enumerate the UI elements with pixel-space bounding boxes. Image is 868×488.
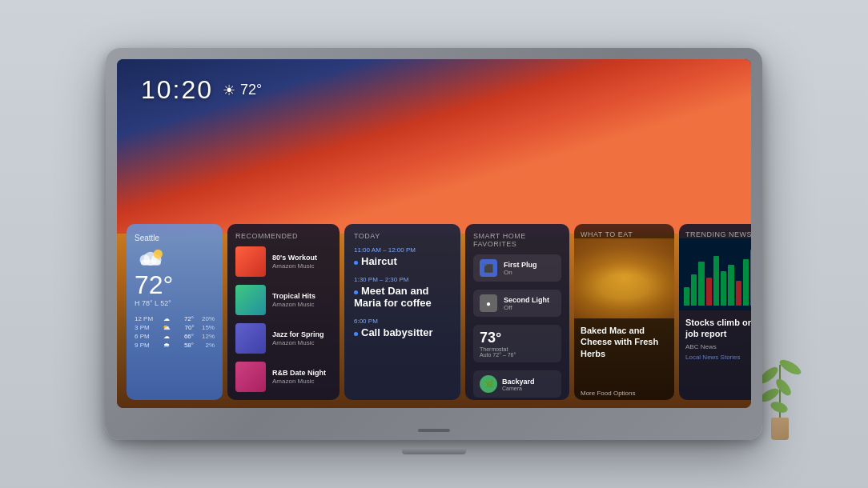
weather-icon — [135, 247, 167, 267]
food-name: Baked Mac and Cheese with Fresh Herbs — [581, 325, 668, 359]
news-card[interactable]: Trending News — [679, 224, 751, 400]
backyard-info: Backyard Camera — [502, 378, 535, 391]
music-info-3: Jazz for Spring Amazon Music — [272, 330, 332, 347]
smarthome-card[interactable]: Smart Home Favorites ⬛ First Plug On ● S — [465, 224, 569, 400]
news-headline: Stocks climb on new job report — [685, 317, 751, 340]
recommended-title: Recommended — [235, 232, 332, 240]
food-image — [574, 238, 674, 318]
weather-temp-inline: 72° — [240, 82, 262, 98]
music-info-1: 80's Workout Amazon Music — [272, 254, 332, 270]
food-more-link[interactable]: More Food Options — [581, 390, 668, 397]
sh-light[interactable]: ● Second Light Off — [473, 290, 561, 317]
light-icon: ● — [480, 294, 497, 312]
food-card-title: What To Eat — [574, 224, 674, 238]
music-item-1[interactable]: 80's Workout Amazon Music — [235, 246, 332, 277]
weather-city: Seattle — [135, 234, 215, 242]
bullet-3 — [354, 332, 358, 336]
sh-backyard[interactable]: 🌿 Backyard Camera — [473, 370, 561, 398]
event-3[interactable]: 6:00 PM Call babysitter — [354, 318, 451, 339]
music-item-2[interactable]: Tropical Hits Amazon Music — [235, 285, 332, 315]
bullet-2 — [354, 290, 358, 294]
svg-point-4 — [154, 250, 163, 258]
music-thumb-4 — [235, 362, 266, 392]
music-info-4: R&B Date Night Amazon Music — [272, 369, 332, 386]
tv-frame: 10:20 ☀ 72° Seattle — [106, 48, 762, 440]
plug-icon: ⬛ — [480, 259, 497, 277]
cards-container: Seattle 72° H 78° L 52° — [127, 224, 741, 400]
music-item-4[interactable]: R&B Date Night Amazon Music — [235, 362, 332, 392]
event-1[interactable]: 11:00 AM – 12:00 PM Haircut — [354, 246, 451, 268]
clock: 10:20 — [141, 75, 213, 105]
news-more-link[interactable]: Local News Stories — [685, 354, 751, 361]
backyard-icon: 🌿 — [480, 375, 497, 393]
sh-plug[interactable]: ⬛ First Plug On — [473, 254, 561, 282]
today-title: Today — [354, 232, 451, 240]
time-display: 10:20 ☀ 72° — [141, 75, 262, 105]
tv-screen: 10:20 ☀ 72° Seattle — [117, 59, 751, 408]
smarthome-title: Smart Home Favorites — [473, 232, 561, 248]
plug-info: First Plug On — [504, 261, 555, 276]
stocks-chart — [679, 238, 751, 310]
forecast-row-2: 3 PM ⛅ 70° 15% — [135, 324, 215, 331]
event-2[interactable]: 1:30 PM – 2:30 PM Meet Dan and Maria for… — [354, 276, 451, 310]
food-info: Baked Mac and Cheese with Fresh Herbs Mo… — [574, 318, 674, 400]
music-info-2: Tropical Hits Amazon Music — [272, 292, 332, 309]
recommended-card[interactable]: Recommended 80's Workout Amazon Music — [227, 224, 340, 400]
light-info: Second Light Off — [504, 296, 555, 311]
tv-bottom-bar — [418, 429, 450, 432]
weather-card[interactable]: Seattle 72° H 78° L 52° — [127, 224, 223, 400]
music-thumb-3 — [235, 323, 266, 354]
sh-thermostat[interactable]: 73° Thermostat Auto 72° – 76° — [473, 325, 561, 362]
tv: 10:20 ☀ 72° Seattle — [106, 48, 762, 440]
svg-rect-3 — [141, 260, 161, 266]
weather-high-low: H 78° L 52° — [135, 299, 215, 307]
tv-stand — [402, 448, 466, 454]
weather-forecast: 12 PM ☁ 72° 20% 3 PM ⛅ 70° 15% — [135, 315, 215, 349]
weather-inline: ☀ 72° — [223, 82, 262, 99]
food-card[interactable]: What To Eat Baked Mac and Cheese with Fr… — [574, 224, 674, 400]
news-image — [679, 238, 751, 310]
news-source: ABC News — [685, 343, 751, 350]
sun-icon: ☀ — [223, 82, 235, 99]
forecast-row-3: 6 PM ☁ 66° 12% — [135, 333, 215, 340]
today-card[interactable]: Today 11:00 AM – 12:00 PM Haircut 1:30 P… — [344, 224, 460, 400]
screen-background: 10:20 ☀ 72° Seattle — [117, 59, 751, 408]
forecast-row-1: 12 PM ☁ 72° 20% — [135, 315, 215, 322]
forecast-row-4: 9 PM 🌧 58° 2% — [135, 342, 215, 349]
bullet-1 — [354, 261, 358, 265]
news-info: Stocks climb on new job report ABC News … — [679, 310, 751, 400]
music-thumb-2 — [235, 285, 266, 315]
plant-decoration — [756, 344, 804, 440]
music-thumb-1 — [235, 246, 266, 277]
weather-temp: 72° — [135, 272, 215, 298]
news-card-title: Trending News — [679, 224, 751, 238]
music-item-3[interactable]: Jazz for Spring Amazon Music — [235, 323, 332, 354]
